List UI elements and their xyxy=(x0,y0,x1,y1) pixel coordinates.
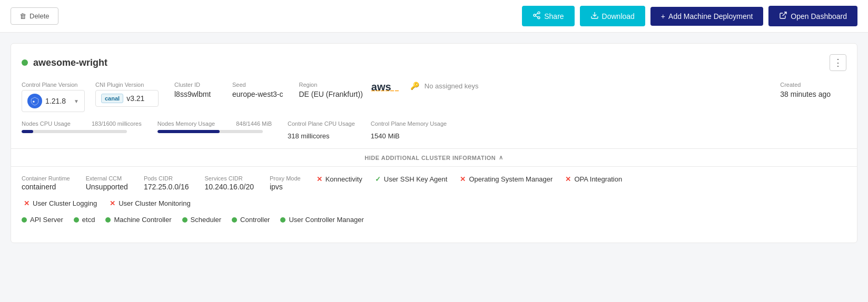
control-plane-version-item: Control Plane Version ⎈ 1.21.8 ▼ xyxy=(22,82,85,112)
machine-controller-label: Machine Controller xyxy=(114,216,171,224)
top-bar-right: Share Download + Add Machine Deployment … xyxy=(522,6,857,26)
feature-konnectivity: ✕ Konnectivity xyxy=(317,175,362,183)
feature-x-icon: ✕ xyxy=(317,175,322,183)
region-value: DE (EU (Frankfurt)) xyxy=(299,90,363,98)
features-row-2: ✕ User Cluster Logging ✕ User Cluster Mo… xyxy=(24,199,846,207)
control-plane-cpu-value: 318 millicores xyxy=(288,132,355,140)
service-machine-controller: Machine Controller xyxy=(105,216,171,224)
features-row-1: ✕ Konnectivity ✓ User SSH Key Agent ✕ Op… xyxy=(317,175,623,183)
download-label: Download xyxy=(602,12,635,21)
main-content: awesome-wright ⋮ Control Plane Version ⎈… xyxy=(0,33,868,254)
cluster-info-row: Control Plane Version ⎈ 1.21.8 ▼ CNI Plu… xyxy=(22,82,846,112)
services-cidr-col: Services CIDR 10.240.16.0/20 xyxy=(205,175,254,191)
pods-cidr-label: Pods CIDR xyxy=(144,175,189,182)
service-user-controller-manager: User Controller Manager xyxy=(280,216,363,224)
status-indicator xyxy=(22,59,28,66)
chevron-down-icon: ▼ xyxy=(74,98,79,104)
pods-cidr-col: Pods CIDR 172.25.0.0/16 xyxy=(144,175,189,191)
proxy-mode-col: Proxy Mode ipvs xyxy=(270,175,301,191)
add-machine-button[interactable]: + Add Machine Deployment xyxy=(650,7,764,26)
nodes-cpu-value: 183/1600 millicores xyxy=(92,120,142,127)
feature-x-icon-3: ✕ xyxy=(565,175,571,183)
top-bar-left: 🗑 Delete xyxy=(11,7,58,25)
cluster-id-item: Cluster ID l8ss9wlbmt xyxy=(174,82,216,98)
more-options-button[interactable]: ⋮ xyxy=(830,54,846,71)
feature-opa-label: OPA Integration xyxy=(574,175,622,183)
aws-logo: aws ▔▔▔▔▔▔ xyxy=(371,82,400,96)
feature-check-icon: ✓ xyxy=(375,175,381,183)
nodes-memory-usage: Nodes Memory Usage 848/1446 MiB xyxy=(157,120,272,133)
nodes-cpu-header: Nodes CPU Usage 183/1600 millicores xyxy=(22,120,142,127)
feature-x-logging-icon: ✕ xyxy=(24,199,29,207)
cni-selector: canal v3.21 xyxy=(95,90,159,107)
service-dot-user-controller xyxy=(280,217,285,223)
cluster-id-value: l8ss9wlbmt xyxy=(174,90,216,98)
created-label: Created xyxy=(780,82,831,88)
container-runtime-col: Container Runtime containerd xyxy=(22,175,70,191)
service-dot-api xyxy=(22,217,27,223)
service-api-server: API Server xyxy=(22,216,63,224)
api-server-label: API Server xyxy=(30,216,63,224)
additional-info-section: Container Runtime containerd External CC… xyxy=(22,175,846,224)
scheduler-label: Scheduler xyxy=(191,216,222,224)
feature-ssh-key-agent: ✓ User SSH Key Agent xyxy=(375,175,448,183)
seed-item: Seed europe-west3-c xyxy=(232,82,283,98)
feature-os-label: Operating System Manager xyxy=(469,175,553,183)
service-dot-etcd xyxy=(74,217,79,223)
feature-monitoring-label: User Cluster Monitoring xyxy=(119,199,191,207)
nodes-cpu-progress-bg xyxy=(22,130,127,133)
cluster-card: awesome-wright ⋮ Control Plane Version ⎈… xyxy=(11,43,857,243)
services-row: API Server etcd Machine Controller Sched… xyxy=(22,216,846,224)
key-icon: 🔑 xyxy=(410,82,419,90)
open-dashboard-label: Open Dashboard xyxy=(791,12,847,21)
services-cidr-label: Services CIDR xyxy=(205,175,254,182)
share-icon xyxy=(532,11,541,21)
svg-line-4 xyxy=(536,13,538,15)
created-value: 38 minutes ago xyxy=(780,90,831,98)
trash-icon: 🗑 xyxy=(19,12,26,20)
version-selector[interactable]: ⎈ 1.21.8 ▼ xyxy=(22,90,85,112)
feature-opa: ✕ OPA Integration xyxy=(565,175,622,183)
nodes-memory-value: 848/1446 MiB xyxy=(236,120,272,127)
delete-button[interactable]: 🗑 Delete xyxy=(11,7,58,25)
cluster-header: awesome-wright ⋮ xyxy=(22,54,846,71)
nodes-memory-progress-bg xyxy=(157,130,263,133)
download-button[interactable]: Download xyxy=(580,6,645,26)
external-ccm-value: Unsupported xyxy=(86,183,128,191)
cni-plugin-version-item: CNI Plugin Version canal v3.21 xyxy=(95,82,159,107)
control-plane-version-value: 1.21.8 xyxy=(45,97,66,105)
cni-plugin-version-label: CNI Plugin Version xyxy=(95,82,159,88)
feature-ssh-label: User SSH Key Agent xyxy=(384,175,448,183)
container-runtime-label: Container Runtime xyxy=(22,175,70,182)
feature-os-manager: ✕ Operating System Manager xyxy=(460,175,553,183)
control-plane-cpu-label: Control Plane CPU Usage xyxy=(288,120,355,127)
control-plane-memory-value: 1540 MiB xyxy=(371,132,447,140)
hide-additional-info-bar[interactable]: HIDE ADDITIONAL CLUSTER INFORMATION ∧ xyxy=(11,148,857,167)
top-bar: 🗑 Delete Share Download + Add Machine De… xyxy=(0,0,868,33)
service-scheduler: Scheduler xyxy=(182,216,222,224)
created-item: Created 38 minutes ago xyxy=(780,82,831,98)
service-dot-controller xyxy=(232,217,237,223)
nodes-cpu-usage: Nodes CPU Usage 183/1600 millicores xyxy=(22,120,142,133)
share-button[interactable]: Share xyxy=(522,6,574,26)
nodes-memory-label: Nodes Memory Usage xyxy=(157,120,215,127)
no-assigned-keys-text: No assigned keys xyxy=(425,82,479,90)
download-icon xyxy=(590,11,599,21)
hide-additional-label: HIDE ADDITIONAL CLUSTER INFORMATION xyxy=(364,155,496,161)
region-item: Region DE (EU (Frankfurt)) xyxy=(299,82,363,98)
proxy-mode-value: ipvs xyxy=(270,183,301,191)
service-dot-machine xyxy=(105,217,111,223)
cluster-name: awesome-wright xyxy=(33,57,107,68)
control-plane-cpu: Control Plane CPU Usage 318 millicores xyxy=(288,120,355,140)
seed-label: Seed xyxy=(232,82,283,88)
feature-cluster-monitoring: ✕ User Cluster Monitoring xyxy=(110,199,191,207)
control-plane-version-label: Control Plane Version xyxy=(22,82,85,88)
open-dashboard-button[interactable]: Open Dashboard xyxy=(768,6,857,26)
etcd-label: etcd xyxy=(82,216,95,224)
usage-row: Nodes CPU Usage 183/1600 millicores Node… xyxy=(22,120,846,140)
control-plane-memory-label: Control Plane Memory Usage xyxy=(371,120,447,127)
service-etcd: etcd xyxy=(74,216,95,224)
additional-info-grid: Container Runtime containerd External CC… xyxy=(22,175,846,191)
feature-x-monitoring-icon: ✕ xyxy=(110,199,115,207)
svg-point-0 xyxy=(538,12,540,14)
